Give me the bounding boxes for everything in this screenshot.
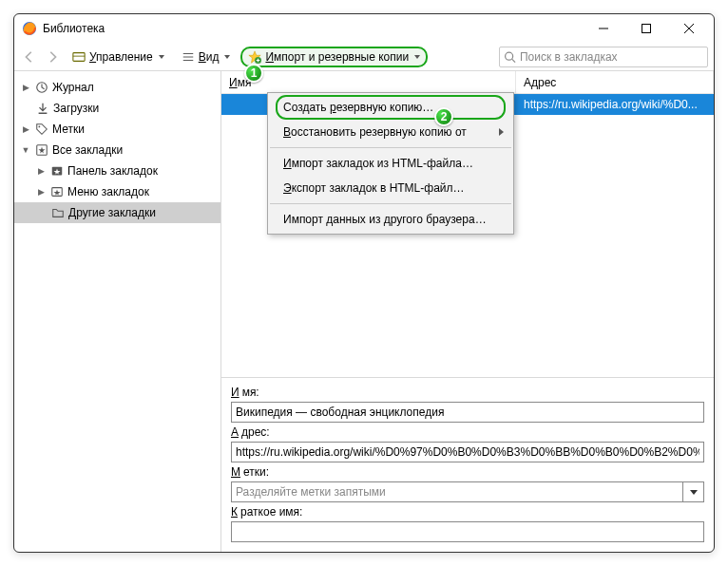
sidebar: ▶ Журнал Загрузки ▶ Метки ▼ Все закладки…: [14, 71, 221, 552]
tree-label: Журнал: [52, 81, 94, 94]
toolbar: Управление Вид Импорт и резервные копии: [14, 43, 714, 71]
list-icon: [182, 50, 195, 64]
library-window: Библиотека Управление Вид Импорт и резер…: [13, 13, 715, 553]
svg-rect-2: [642, 25, 650, 33]
tree-downloads[interactable]: Загрузки: [14, 98, 220, 119]
expand-icon[interactable]: ▶: [20, 123, 31, 135]
download-icon: [35, 101, 50, 116]
import-backup-menu: Создать резервную копию… Восстановить ре…: [267, 92, 514, 235]
window-title: Библиотека: [43, 22, 105, 35]
toolbar-folder-icon: [49, 163, 65, 179]
tree-other-bookmarks[interactable]: Другие закладки: [14, 202, 220, 223]
menu-create-backup[interactable]: Создать резервную копию…: [268, 95, 513, 120]
tags-input[interactable]: [231, 481, 683, 502]
svg-point-12: [506, 52, 513, 60]
label-address: Адрес:: [231, 425, 704, 439]
view-button[interactable]: Вид: [175, 47, 238, 67]
tag-icon: [34, 122, 49, 137]
svg-point-16: [39, 126, 41, 128]
close-button[interactable]: [667, 14, 710, 43]
menu-export-html[interactable]: Экспорт закладок в HTML-файл…: [268, 176, 513, 200]
menu-import-browser[interactable]: Импорт данных из другого браузера…: [268, 207, 513, 232]
search-field-wrap: [499, 47, 708, 67]
label-name: Имя:: [231, 386, 704, 399]
tree-all-bookmarks[interactable]: ▼ Все закладки: [14, 140, 220, 160]
back-button[interactable]: [20, 47, 39, 66]
menu-restore-backup[interactable]: Восстановить резервную копию от: [268, 120, 513, 144]
address-input[interactable]: [231, 442, 704, 462]
column-header: Имя Адрес: [221, 71, 714, 94]
maximize-button[interactable]: [624, 14, 667, 43]
tree-bookmarks-menu[interactable]: ▶ Меню закладок: [14, 181, 220, 202]
tree-history[interactable]: ▶ Журнал: [14, 77, 220, 98]
expand-icon[interactable]: ▶: [35, 186, 47, 198]
titlebar: Библиотека: [14, 14, 714, 43]
tree-label: Меню закладок: [67, 185, 149, 198]
search-input[interactable]: [520, 50, 703, 64]
caret-down-icon: [414, 55, 420, 59]
tree-label: Метки: [52, 123, 85, 136]
menu-folder-icon: [49, 184, 65, 199]
clock-icon: [34, 80, 49, 95]
minimize-button[interactable]: [582, 14, 624, 43]
svg-marker-18: [39, 147, 46, 154]
callout-badge-1: 1: [244, 64, 263, 83]
tree-label: Другие закладки: [68, 206, 156, 219]
bookmarks-icon: [34, 142, 49, 158]
manage-button[interactable]: Управление: [66, 47, 171, 67]
caret-down-icon: [159, 55, 164, 59]
collapse-icon[interactable]: ▼: [20, 144, 31, 156]
svg-marker-22: [54, 189, 61, 195]
caret-down-icon: [224, 55, 230, 59]
menu-separator: [270, 147, 511, 148]
search-icon: [504, 50, 516, 64]
import-backup-button[interactable]: Импорт и резервные копии: [240, 47, 428, 67]
folder-icon: [50, 205, 66, 220]
star-import-icon: [248, 50, 261, 64]
label-tags: Метки:: [231, 465, 704, 479]
name-input[interactable]: [231, 402, 704, 423]
label-short: Краткое имя:: [231, 505, 704, 519]
tree-label: Панель закладок: [67, 164, 158, 178]
organize-icon: [72, 50, 86, 64]
col-name[interactable]: Имя: [221, 71, 516, 93]
forward-button[interactable]: [43, 47, 62, 66]
expand-icon[interactable]: ▶: [20, 82, 31, 93]
menu-import-html[interactable]: Импорт закладок из HTML-файла…: [268, 151, 513, 176]
tree-tags[interactable]: ▶ Метки: [14, 119, 220, 140]
tree-label: Все закладки: [52, 143, 123, 157]
details-panel: Имя: Адрес: Метки: Краткое имя:: [221, 377, 714, 552]
callout-badge-2: 2: [434, 107, 453, 126]
expand-icon[interactable]: ▶: [35, 165, 47, 177]
tags-dropdown-button[interactable]: [683, 481, 704, 502]
svg-line-13: [512, 59, 515, 62]
svg-rect-5: [73, 52, 85, 61]
cell-url: https://ru.wikipedia.org/wiki/%D0...: [516, 98, 714, 111]
firefox-logo-icon: [22, 21, 37, 36]
short-name-input[interactable]: [231, 521, 704, 542]
menu-separator: [270, 203, 511, 204]
tree-bookmarks-toolbar[interactable]: ▶ Панель закладок: [14, 160, 220, 181]
col-address[interactable]: Адрес: [516, 71, 714, 93]
tree-label: Загрузки: [53, 102, 99, 115]
